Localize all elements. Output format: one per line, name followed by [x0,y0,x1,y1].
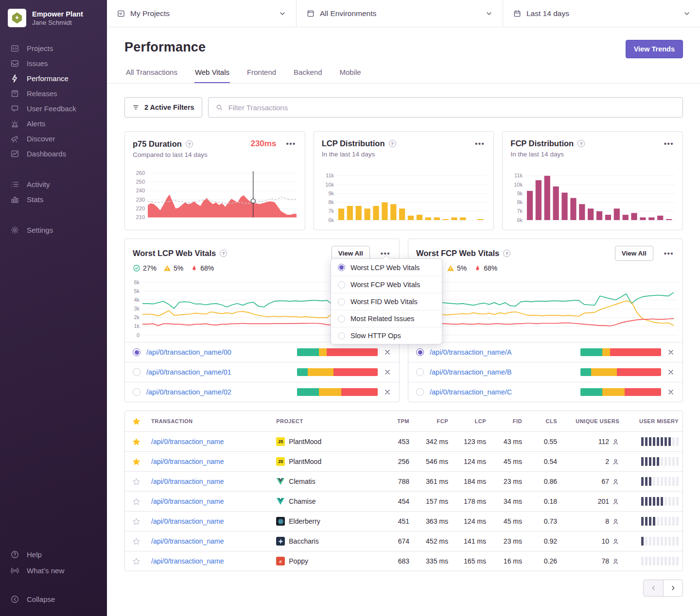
close-icon[interactable] [667,348,675,356]
date-range-selector[interactable]: Last 14 days [503,0,700,27]
close-icon[interactable] [384,348,391,356]
sidebar-item-help[interactable]: Help [0,547,107,563]
dropdown-option-worst-fid-web-vitals[interactable]: Worst FID Web Vitals [331,293,442,310]
sidebar-item-whats-new[interactable]: What’s new [0,563,107,579]
transaction-link[interactable]: /api/0/transaction_name/02 [146,388,291,396]
star-toggle[interactable] [125,537,147,546]
transaction-link[interactable]: /api/0/transaction_name [151,458,224,465]
transaction-link[interactable]: /api/0/transaction_name [151,537,224,545]
dropdown-option-worst-fcp-web-vitals[interactable]: Worst FCP Web Vitals [331,276,442,293]
dashboards-icon [10,149,19,158]
tab-backend[interactable]: Backend [293,68,322,84]
transaction-link[interactable]: /api/0/transaction_name/B [430,368,575,376]
tab-frontend[interactable]: Frontend [246,68,277,84]
org-switcher[interactable]: Empower Plant Jane Schmidt [0,7,107,36]
environment-selector-label: All Environments [320,9,480,18]
tab-all-transactions[interactable]: All Transactions [125,68,178,84]
column-header-lcp[interactable]: LCP [452,418,490,424]
star-toggle[interactable] [125,517,147,526]
transaction-link[interactable]: /api/0/transaction_name/A [430,348,575,356]
transaction-link[interactable]: /api/0/transaction_name [151,478,224,485]
active-filters-button[interactable]: 2 Active Filters [124,97,202,118]
card-menu-button[interactable]: ••• [663,142,675,146]
close-icon[interactable] [667,388,675,396]
sidebar-item-performance[interactable]: Performance [0,71,107,86]
sidebar-item-issues[interactable]: Issues [0,56,107,71]
card-menu-button[interactable]: ••• [663,252,675,256]
sidebar-item-label: Performance [27,74,69,83]
close-icon[interactable] [667,368,675,376]
projects-selector-label: My Projects [130,9,274,18]
star-toggle[interactable] [125,458,147,466]
sidebar-item-releases[interactable]: Releases [0,86,107,101]
card-menu-button[interactable]: ••• [474,142,486,146]
lcp-value: 178 ms [452,497,490,505]
card-menu-button[interactable]: ••• [285,142,297,146]
card-menu-button[interactable]: ••• [380,252,391,256]
dropdown-option-slow-http-ops[interactable]: Slow HTTP Ops [331,327,442,344]
vital-transaction-row: /api/0/transaction_name/C [408,382,682,402]
close-icon[interactable] [384,388,391,396]
sidebar-item-projects[interactable]: Projects [0,41,107,56]
close-icon[interactable] [384,368,391,376]
transaction-radio[interactable] [416,348,424,356]
transaction-link[interactable]: /api/0/transaction_name/00 [146,348,291,356]
sidebar-item-settings[interactable]: Settings [0,222,107,238]
tab-web-vitals[interactable]: Web Vitals [194,68,230,84]
transaction-link[interactable]: /api/0/transaction_name [151,438,224,445]
dropdown-option-most-related-issues[interactable]: Most Related Issues [331,310,442,327]
lcp-value: 124 ms [452,458,490,465]
previous-page-button[interactable] [644,580,663,596]
project-name: PlantMood [289,458,321,465]
star-toggle[interactable] [125,438,147,446]
help-icon[interactable]: ? [578,140,585,147]
transaction-radio[interactable] [133,368,140,376]
transaction-link[interactable]: /api/0/transaction_name/01 [146,368,291,376]
tab-mobile[interactable]: Mobile [339,68,361,84]
transaction-radio[interactable] [133,388,140,396]
star-toggle[interactable] [125,557,147,565]
column-header-fid[interactable]: FID [490,418,526,424]
filter-transactions-input[interactable] [228,103,676,112]
column-header-unique-users[interactable]: UNIQUE USERS [561,418,623,424]
column-header-tpm[interactable]: TPM [381,418,413,424]
help-icon[interactable]: ? [220,250,227,257]
sidebar-item-alerts[interactable]: Alerts [0,116,107,131]
transaction-link[interactable]: /api/0/transaction_name [151,517,224,525]
sidebar-item-activity[interactable]: Activity [0,177,107,192]
transaction-link[interactable]: /api/0/transaction_name [151,497,224,505]
projects-selector[interactable]: My Projects [107,0,297,27]
sidebar-item-dashboards[interactable]: Dashboards [0,146,107,161]
help-icon[interactable]: ? [503,250,510,257]
column-header-user-misery[interactable]: USER MISERY [623,418,682,424]
sidebar-item-label: Help [27,550,42,559]
column-header-cls[interactable]: CLS [526,418,561,424]
help-icon[interactable]: ? [186,140,193,148]
transaction-radio[interactable] [416,388,424,396]
svg-text:0: 0 [137,332,140,338]
dropdown-option-worst-lcp-web-vitals[interactable]: Worst LCP Web Vitals [331,259,442,276]
next-page-button[interactable] [663,580,682,596]
transaction-radio[interactable] [133,348,140,356]
transaction-link[interactable]: /api/0/transaction_name/C [430,388,575,396]
environment-selector[interactable]: All Environments [297,0,503,27]
view-all-button[interactable]: View All [615,246,653,261]
sidebar-item-user-feedback[interactable]: User Feedback [0,101,107,116]
help-icon[interactable]: ? [389,140,396,147]
option-radio [338,281,345,289]
transaction-radio[interactable] [416,368,424,376]
column-header-fcp[interactable]: FCP [413,418,452,424]
sidebar-collapse-button[interactable]: Collapse [0,591,107,607]
column-header-transaction[interactable]: TRANSACTION [147,418,272,424]
view-trends-button[interactable]: View Trends [626,40,683,58]
p75-card-subtitle: Compared to last 14 days [133,151,297,158]
sidebar-item-stats[interactable]: Stats [0,192,107,207]
star-column-header[interactable] [125,417,147,426]
lcp-value: 141 ms [452,537,490,545]
transaction-link[interactable]: /api/0/transaction_name [151,557,224,565]
star-toggle[interactable] [125,497,147,506]
column-header-project[interactable]: PROJECT [272,418,381,424]
star-toggle[interactable] [125,478,147,486]
sidebar-item-discover[interactable]: Discover [0,131,107,146]
svg-text:1k: 1k [134,323,140,329]
